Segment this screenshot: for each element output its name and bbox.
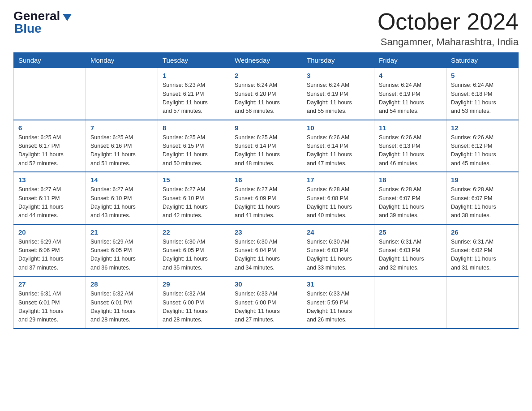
calendar-cell: 17Sunrise: 6:28 AM Sunset: 6:08 PM Dayli… <box>302 172 374 224</box>
day-info: Sunrise: 6:33 AM Sunset: 5:59 PM Dayligh… <box>307 290 369 325</box>
day-info: Sunrise: 6:27 AM Sunset: 6:10 PM Dayligh… <box>90 185 153 220</box>
day-info: Sunrise: 6:24 AM Sunset: 6:18 PM Dayligh… <box>451 81 514 116</box>
day-number: 1 <box>163 72 225 79</box>
logo-arrow-icon <box>63 14 72 21</box>
header-friday: Friday <box>374 53 446 68</box>
day-info: Sunrise: 6:23 AM Sunset: 6:21 PM Dayligh… <box>163 81 225 116</box>
day-number: 25 <box>379 228 442 236</box>
header-sunday: Sunday <box>14 53 86 68</box>
day-number: 12 <box>451 124 514 132</box>
day-number: 10 <box>307 124 369 132</box>
day-info: Sunrise: 6:33 AM Sunset: 6:00 PM Dayligh… <box>235 290 297 325</box>
day-number: 8 <box>163 124 225 132</box>
calendar-table: SundayMondayTuesdayWednesdayThursdayFrid… <box>13 52 519 329</box>
day-info: Sunrise: 6:26 AM Sunset: 6:14 PM Dayligh… <box>307 133 369 168</box>
calendar-cell: 1Sunrise: 6:23 AM Sunset: 6:21 PM Daylig… <box>158 68 230 120</box>
day-info: Sunrise: 6:26 AM Sunset: 6:12 PM Dayligh… <box>451 133 514 168</box>
day-number: 13 <box>18 176 81 184</box>
day-number: 17 <box>307 176 369 184</box>
day-number: 28 <box>90 280 153 288</box>
day-number: 7 <box>90 124 153 132</box>
calendar-cell: 20Sunrise: 6:29 AM Sunset: 6:06 PM Dayli… <box>14 224 86 277</box>
calendar-cell: 28Sunrise: 6:32 AM Sunset: 6:01 PM Dayli… <box>86 276 158 329</box>
day-info: Sunrise: 6:27 AM Sunset: 6:09 PM Dayligh… <box>235 185 297 220</box>
calendar-cell: 19Sunrise: 6:28 AM Sunset: 6:07 PM Dayli… <box>446 172 519 224</box>
calendar-cell: 13Sunrise: 6:27 AM Sunset: 6:11 PM Dayli… <box>14 172 86 224</box>
calendar-cell: 26Sunrise: 6:31 AM Sunset: 6:02 PM Dayli… <box>446 224 519 277</box>
day-info: Sunrise: 6:25 AM Sunset: 6:15 PM Dayligh… <box>163 133 225 168</box>
day-number: 9 <box>235 124 297 132</box>
calendar-cell <box>14 68 86 120</box>
calendar-cell: 4Sunrise: 6:24 AM Sunset: 6:19 PM Daylig… <box>374 68 446 120</box>
day-info: Sunrise: 6:24 AM Sunset: 6:19 PM Dayligh… <box>307 81 369 116</box>
calendar-cell <box>446 276 519 329</box>
calendar-cell: 24Sunrise: 6:30 AM Sunset: 6:03 PM Dayli… <box>302 224 374 277</box>
calendar-cell: 22Sunrise: 6:30 AM Sunset: 6:05 PM Dayli… <box>158 224 230 277</box>
day-info: Sunrise: 6:29 AM Sunset: 6:06 PM Dayligh… <box>18 238 81 273</box>
header-thursday: Thursday <box>302 53 374 68</box>
day-number: 26 <box>451 228 514 236</box>
day-info: Sunrise: 6:25 AM Sunset: 6:16 PM Dayligh… <box>90 133 153 168</box>
logo-blue-text: Blue <box>13 21 42 36</box>
calendar-cell: 16Sunrise: 6:27 AM Sunset: 6:09 PM Dayli… <box>230 172 302 224</box>
calendar-week-row: 27Sunrise: 6:31 AM Sunset: 6:01 PM Dayli… <box>14 276 519 329</box>
logo: General Blue <box>13 9 72 36</box>
header-saturday: Saturday <box>446 53 519 68</box>
day-info: Sunrise: 6:31 AM Sunset: 6:02 PM Dayligh… <box>451 238 514 273</box>
day-info: Sunrise: 6:30 AM Sunset: 6:05 PM Dayligh… <box>163 238 225 273</box>
day-number: 23 <box>235 228 297 236</box>
calendar-cell: 30Sunrise: 6:33 AM Sunset: 6:00 PM Dayli… <box>230 276 302 329</box>
day-info: Sunrise: 6:28 AM Sunset: 6:07 PM Dayligh… <box>379 185 442 220</box>
day-number: 3 <box>307 72 369 79</box>
day-number: 2 <box>235 72 297 79</box>
calendar-cell: 10Sunrise: 6:26 AM Sunset: 6:14 PM Dayli… <box>302 120 374 172</box>
day-info: Sunrise: 6:25 AM Sunset: 6:14 PM Dayligh… <box>235 133 297 168</box>
day-info: Sunrise: 6:30 AM Sunset: 6:04 PM Dayligh… <box>235 238 297 273</box>
calendar-cell: 14Sunrise: 6:27 AM Sunset: 6:10 PM Dayli… <box>86 172 158 224</box>
day-info: Sunrise: 6:31 AM Sunset: 6:03 PM Dayligh… <box>379 238 442 273</box>
calendar-cell <box>86 68 158 120</box>
day-number: 5 <box>451 72 514 79</box>
day-number: 20 <box>18 228 81 236</box>
day-info: Sunrise: 6:27 AM Sunset: 6:10 PM Dayligh… <box>163 185 225 220</box>
calendar-cell: 2Sunrise: 6:24 AM Sunset: 6:20 PM Daylig… <box>230 68 302 120</box>
calendar-cell: 9Sunrise: 6:25 AM Sunset: 6:14 PM Daylig… <box>230 120 302 172</box>
day-info: Sunrise: 6:30 AM Sunset: 6:03 PM Dayligh… <box>307 238 369 273</box>
page-header: General Blue October 2024 Sangamner, Mah… <box>13 9 519 48</box>
day-number: 16 <box>235 176 297 184</box>
calendar-header-row: SundayMondayTuesdayWednesdayThursdayFrid… <box>14 53 519 68</box>
calendar-cell: 3Sunrise: 6:24 AM Sunset: 6:19 PM Daylig… <box>302 68 374 120</box>
day-number: 6 <box>18 124 81 132</box>
day-info: Sunrise: 6:27 AM Sunset: 6:11 PM Dayligh… <box>18 185 81 220</box>
day-number: 31 <box>307 280 369 288</box>
day-number: 15 <box>163 176 225 184</box>
header-tuesday: Tuesday <box>158 53 230 68</box>
day-info: Sunrise: 6:25 AM Sunset: 6:17 PM Dayligh… <box>18 133 81 168</box>
day-info: Sunrise: 6:28 AM Sunset: 6:07 PM Dayligh… <box>451 185 514 220</box>
calendar-cell: 8Sunrise: 6:25 AM Sunset: 6:15 PM Daylig… <box>158 120 230 172</box>
calendar-cell: 21Sunrise: 6:29 AM Sunset: 6:05 PM Dayli… <box>86 224 158 277</box>
day-info: Sunrise: 6:31 AM Sunset: 6:01 PM Dayligh… <box>18 290 81 325</box>
day-number: 29 <box>163 280 225 288</box>
day-number: 19 <box>451 176 514 184</box>
day-info: Sunrise: 6:26 AM Sunset: 6:13 PM Dayligh… <box>379 133 442 168</box>
calendar-cell: 5Sunrise: 6:24 AM Sunset: 6:18 PM Daylig… <box>446 68 519 120</box>
calendar-cell: 27Sunrise: 6:31 AM Sunset: 6:01 PM Dayli… <box>14 276 86 329</box>
calendar-week-row: 6Sunrise: 6:25 AM Sunset: 6:17 PM Daylig… <box>14 120 519 172</box>
calendar-cell: 12Sunrise: 6:26 AM Sunset: 6:12 PM Dayli… <box>446 120 519 172</box>
day-number: 4 <box>379 72 442 79</box>
calendar-cell: 15Sunrise: 6:27 AM Sunset: 6:10 PM Dayli… <box>158 172 230 224</box>
day-number: 14 <box>90 176 153 184</box>
day-number: 21 <box>90 228 153 236</box>
calendar-cell: 29Sunrise: 6:32 AM Sunset: 6:00 PM Dayli… <box>158 276 230 329</box>
day-info: Sunrise: 6:32 AM Sunset: 6:00 PM Dayligh… <box>163 290 225 325</box>
title-block: October 2024 Sangamner, Maharashtra, Ind… <box>378 9 519 48</box>
calendar-cell: 25Sunrise: 6:31 AM Sunset: 6:03 PM Dayli… <box>374 224 446 277</box>
header-wednesday: Wednesday <box>230 53 302 68</box>
day-info: Sunrise: 6:24 AM Sunset: 6:20 PM Dayligh… <box>235 81 297 116</box>
calendar-cell: 7Sunrise: 6:25 AM Sunset: 6:16 PM Daylig… <box>86 120 158 172</box>
calendar-cell: 23Sunrise: 6:30 AM Sunset: 6:04 PM Dayli… <box>230 224 302 277</box>
day-info: Sunrise: 6:32 AM Sunset: 6:01 PM Dayligh… <box>90 290 153 325</box>
day-info: Sunrise: 6:24 AM Sunset: 6:19 PM Dayligh… <box>379 81 442 116</box>
calendar-cell: 18Sunrise: 6:28 AM Sunset: 6:07 PM Dayli… <box>374 172 446 224</box>
